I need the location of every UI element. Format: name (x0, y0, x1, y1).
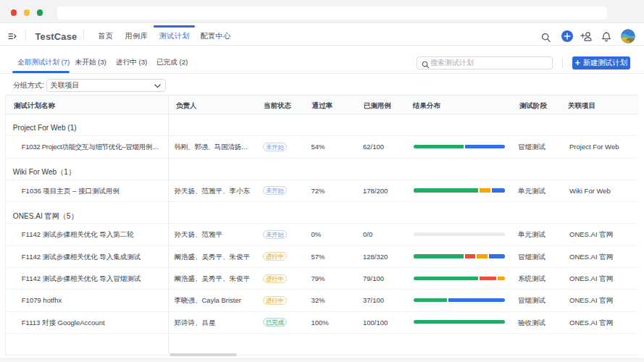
search-icon (422, 61, 430, 69)
linked-project: ONES.AI 官网 (569, 296, 613, 306)
avatar[interactable] (621, 29, 635, 43)
column-header: 结果分布 (413, 101, 440, 111)
plan-table: 测试计划名称负责人当前状态通过率已测用例结果分布测试阶段关联项目 Project… (5, 95, 638, 356)
toolbar-divider (562, 58, 563, 68)
group-row[interactable]: ONES.AI 官网（5） (6, 202, 638, 224)
tab-in-progress[interactable]: 进行中 (3) (116, 58, 147, 67)
bar-segment-green (414, 298, 447, 302)
plan-status: 进行中 (263, 296, 287, 305)
tested-cases: 79/100 (363, 274, 384, 282)
plan-row[interactable]: F1142 测试步骤相关优化 导入集成测试阚浩盛、吴秀平、朱俊平进行中57%12… (6, 246, 638, 268)
plan-row[interactable]: F1113 对接 GoogleAccount郑诗诗、吕星已完成100%100/1… (6, 312, 638, 334)
bar-segment-green (414, 254, 464, 258)
tested-cases: 62/100 (363, 143, 384, 151)
tab-all-plans[interactable]: 全部测试计划 (7) (17, 58, 70, 67)
plan-row[interactable]: F1079 hotfhx李晓强、Cayla Brister进行中32%37/10… (6, 290, 638, 311)
plan-row[interactable]: F1142 测试步骤相关优化 导入第二轮孙天扬、范雅平未开始0%0/0单元测试O… (6, 224, 638, 245)
linked-project: Project For Web (569, 143, 619, 151)
plan-name: F1113 对接 GoogleAccount (22, 319, 105, 328)
sidebar-expand-button[interactable] (7, 31, 19, 42)
bar-segment-green (414, 277, 478, 280)
notifications-button[interactable] (602, 32, 611, 45)
status-badge: 已完成 (263, 318, 287, 327)
avatar-image (621, 29, 635, 43)
sidebar-expand-icon (7, 31, 19, 42)
group-row[interactable]: Wiki For Web（1） (6, 159, 638, 180)
plan-row[interactable]: F1032 Project功能交互与细节优化–冒烟用例…韩刚、郭强、马国清扬…未… (6, 136, 638, 158)
test-stage: 验收测试 (518, 319, 545, 328)
linked-project: Wiki For Web (569, 187, 611, 195)
bar-segment-green (414, 188, 478, 192)
column-header: 已测用例 (364, 101, 391, 111)
status-badge: 进行中 (263, 252, 287, 261)
new-plan-button[interactable]: + 新建测试计划 (572, 56, 630, 70)
bar-segment-red (465, 254, 475, 258)
plan-owners: 韩刚、郭强、马国清扬… (175, 143, 248, 152)
nav-case-library[interactable]: 用例库 (125, 31, 149, 41)
test-stage: 冒烟测试 (518, 253, 545, 262)
result-distribution-bar (414, 298, 505, 302)
group-title: Project For Web (1) (13, 124, 77, 132)
test-stage: 冒烟测试 (518, 296, 545, 306)
plan-search-input[interactable]: 搜索测试计划 (417, 56, 553, 70)
bar-segment-blue (465, 145, 505, 148)
linked-project: ONES.AI 官网 (569, 319, 613, 328)
address-bar[interactable] (57, 7, 607, 20)
fixed-column-divider (168, 95, 169, 354)
pass-rate: 79% (311, 274, 325, 282)
pass-rate: 72% (311, 187, 325, 195)
tested-cases: 100/100 (363, 319, 388, 327)
horizontal-scrollbar[interactable] (170, 353, 237, 356)
result-distribution-bar (414, 232, 505, 236)
bar-segment-red (480, 277, 496, 280)
nav-home[interactable]: 首页 (98, 31, 113, 41)
pass-rate: 0% (311, 230, 322, 238)
test-stage: 系统测试 (518, 274, 545, 284)
traffic-light-close[interactable] (11, 9, 17, 15)
page-bottom-area (0, 359, 644, 362)
result-distribution-bar (414, 277, 505, 280)
quick-create-button[interactable] (561, 30, 573, 42)
test-stage: 单元测试 (518, 187, 545, 196)
column-header: 关联项目 (568, 101, 595, 111)
group-title: ONES.AI 官网（5） (13, 211, 78, 222)
tested-cases: 128/320 (363, 253, 388, 261)
search-button[interactable] (542, 33, 551, 46)
plan-name: F1142 测试步骤相关优化 导入集成测试 (22, 253, 141, 262)
nav-test-plan[interactable]: 测试计划 (159, 31, 190, 41)
groupby-label: 分组方式: (13, 80, 44, 90)
status-badge: 未开始 (263, 143, 287, 151)
status-badge: 进行中 (263, 296, 287, 305)
plan-owners: 郑诗诗、吕星 (175, 319, 216, 328)
plan-owners: 阚浩盛、吴秀平、朱俊平 (175, 253, 251, 262)
bar-segment-blue (448, 298, 505, 302)
pass-rate: 100% (311, 319, 329, 327)
plan-status: 未开始 (263, 230, 287, 239)
browser-chrome (0, 0, 644, 23)
plan-owners: 阚浩盛、吴秀平、朱俊平 (175, 274, 251, 284)
traffic-light-minimize[interactable] (24, 9, 30, 15)
traffic-light-zoom[interactable] (37, 9, 43, 15)
nav-config-center[interactable]: 配置中心 (201, 31, 231, 41)
plan-row[interactable]: F1142 测试步骤相关优化 导入冒烟测试阚浩盛、吴秀平、朱俊平进行中79%79… (6, 268, 638, 290)
result-distribution-bar (414, 145, 505, 148)
groupby-select[interactable]: 关联项目 (46, 79, 166, 93)
header-divider (83, 30, 84, 40)
group-row[interactable]: Project For Web (1) (6, 114, 638, 136)
invite-member-button[interactable] (580, 30, 592, 44)
plan-name: F1142 测试步骤相关优化 导入冒烟测试 (22, 274, 141, 284)
tested-cases: 37/100 (363, 296, 384, 304)
bell-icon (602, 32, 611, 42)
result-distribution-bar (414, 254, 505, 258)
plan-status: 进行中 (263, 252, 287, 261)
plan-status: 已完成 (263, 318, 287, 327)
column-header: 负责人 (176, 101, 197, 111)
bar-segment-orange (498, 277, 505, 280)
test-stage: 单元测试 (518, 230, 545, 240)
tab-not-started[interactable]: 未开始 (3) (75, 58, 106, 67)
bar-segment-blue (492, 188, 505, 192)
plan-row[interactable]: F1036 项目主页 – 接口测试用例孙天扬、范雅平、李小东未开始72%178/… (6, 180, 638, 202)
tab-done[interactable]: 已完成 (2) (156, 58, 188, 67)
bar-segment-blue (489, 254, 506, 258)
pass-rate: 57% (311, 253, 325, 261)
